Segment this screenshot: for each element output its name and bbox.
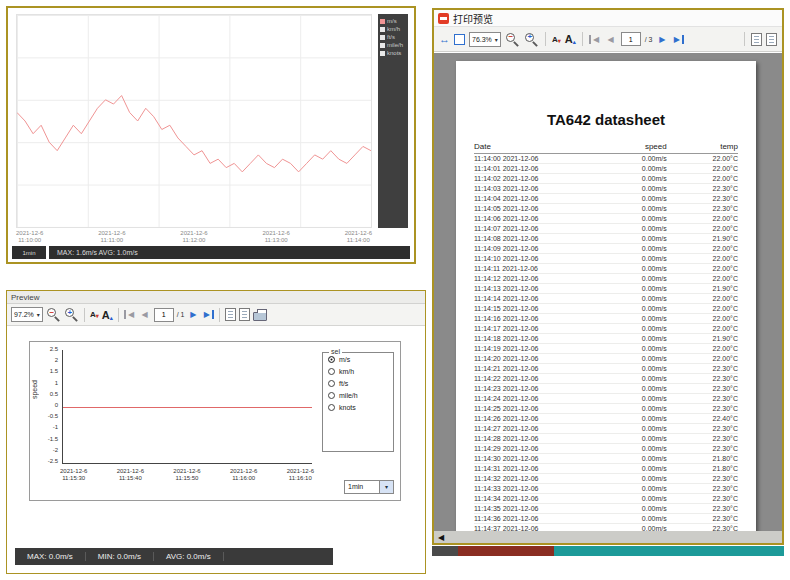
table-row: 11:14:10 2021-12-060.00m/s22.00°C [474,254,738,264]
min-speed-value: MIN: 0.0m/s [86,552,154,561]
taskbar-segment-teal [554,546,784,556]
document-area[interactable]: TA642 datasheet Date speed temp 11:14:00… [434,53,782,531]
font-larger-icon[interactable]: A▴ [565,33,576,45]
horizontal-scrollbar[interactable]: ◀ [434,531,782,543]
table-row: 11:14:12 2021-12-060.00m/s22.00°C [474,274,738,284]
last-page-icon[interactable]: ▶ [672,35,684,44]
main-chart-panel: 2021-12-611:10:002021-12-611:11:002021-1… [6,6,416,264]
table-row: 11:14:19 2021-12-060.00m/s22.00°C [474,344,738,354]
datasheet-table-body: 11:14:00 2021-12-060.00m/s22.00°C11:14:0… [474,154,738,531]
table-row: 11:14:22 2021-12-060.00m/s22.30°C [474,374,738,384]
chevron-down-icon: ▾ [37,311,40,318]
x-tick-label: 2021-12-611:12:00 [180,230,207,245]
datasheet-title: TA642 datasheet [456,111,756,128]
prev-page-icon[interactable]: ◀ [605,35,617,44]
first-page-icon[interactable]: ◀ [589,35,601,44]
multi-page-view-icon[interactable] [766,33,777,46]
print-icon[interactable] [253,312,267,321]
preview-yticks: 2.521.510.50-0.5-1-1.5-2-2.5 [40,346,58,464]
zoom-in-icon[interactable]: + [524,32,539,47]
fit-width-icon[interactable]: ↔ [439,33,450,45]
last-page-icon[interactable]: ▶ [202,310,214,319]
preview-status-bar: MAX: 0.0m/s MIN: 0.0m/s AVG: 0.0m/s [15,548,333,565]
unit-radio-kmh[interactable]: km/h [323,365,393,377]
first-page-icon[interactable]: ◀ [124,310,136,319]
page-number-input[interactable] [154,308,174,322]
radio-icon [328,368,335,375]
scroll-left-icon[interactable]: ◀ [434,533,448,542]
unit-radio-mileh[interactable]: mile/h [323,389,393,401]
prev-page-icon[interactable]: ◀ [139,310,151,319]
page-number-input[interactable] [621,32,641,46]
col-speed: speed [595,142,666,151]
zoom-combo[interactable]: 97.2%▾ [11,307,43,322]
table-row: 11:14:29 2021-12-060.00m/s22.30°C [474,444,738,454]
legend-item[interactable]: knots [378,49,408,57]
radio-icon [328,380,335,387]
table-row: 11:14:14 2021-12-060.00m/s22.00°C [474,294,738,304]
interval-dropdown[interactable]: 1min ▾ [344,480,394,494]
zoom-out-icon[interactable]: − [46,307,61,322]
table-row: 11:14:34 2021-12-060.00m/s22.30°C [474,494,738,504]
zoom-in-icon[interactable]: + [64,307,79,322]
legend-item[interactable]: m/s [378,17,408,25]
preview-plot [62,350,312,464]
unit-group-title: sel [329,348,342,355]
separator [744,32,745,46]
y-tick-label: -1 [40,424,58,430]
preview-content: speed 2.521.510.50-0.5-1-1.5-2-2.5 2021-… [7,327,425,573]
table-row: 11:14:20 2021-12-060.00m/s22.00°C [474,354,738,364]
avg-speed-value: AVG: 0.0m/s [154,552,224,561]
datasheet-table: Date speed temp 11:14:00 2021-12-060.00m… [474,142,738,531]
separator [118,308,119,322]
chart-legend-strip: m/skm/hft/smile/hknots [378,14,408,228]
x-tick-label: 2021-12-611:14:00 [345,230,372,245]
y-tick-label: 0 [40,402,58,408]
app-icon [438,13,449,24]
next-page-icon[interactable]: ▶ [187,310,199,319]
x-tick-label: 2021-12-611:16:00 [230,468,257,496]
table-row: 11:14:28 2021-12-060.00m/s22.30°C [474,434,738,444]
fit-page-icon[interactable] [454,34,465,45]
table-header: Date speed temp [474,142,738,154]
font-larger-icon[interactable]: A▴ [102,309,113,321]
table-row: 11:14:01 2021-12-060.00m/s22.00°C [474,164,738,174]
document-page: TA642 datasheet Date speed temp 11:14:00… [456,61,756,531]
table-row: 11:14:31 2021-12-060.00m/s21.80°C [474,464,738,474]
preview-title: Preview [11,293,39,302]
zoom-out-icon[interactable]: − [505,32,520,47]
x-tick-label: 2021-12-611:15:50 [173,468,200,496]
next-page-icon[interactable]: ▶ [656,35,668,44]
single-page-view-icon[interactable] [751,33,762,46]
separator [84,308,85,322]
y-tick-label: -2 [40,447,58,453]
unit-radio-fts[interactable]: ft/s [323,377,393,389]
legend-item[interactable]: mile/h [378,41,408,49]
preview-toolbar: 97.2%▾ − + A▾ A▴ ◀ ◀ / 1 ▶ ▶ [7,304,425,326]
print-preview-toolbar: ↔ 76.3%▾ − + A▾ A▴ ◀ ◀ / 3 ▶ ▶ [434,27,782,52]
single-page-view-icon[interactable] [225,308,236,321]
y-tick-label: 1.5 [40,368,58,374]
radio-icon [328,404,335,411]
speed-line-series [17,15,371,227]
table-row: 11:14:03 2021-12-060.00m/s22.30°C [474,184,738,194]
chart-status-bar: MAX: 1.6m/s AVG: 1.0m/s [49,246,410,259]
legend-item[interactable]: km/h [378,25,408,33]
x-tick-label: 2021-12-611:10:00 [16,230,43,245]
y-tick-label: 0.5 [40,391,58,397]
chevron-down-icon[interactable]: ▾ [380,480,394,494]
interval-box[interactable]: 1min [12,246,46,259]
zoom-combo[interactable]: 76.3%▾ [469,32,501,47]
y-tick-label: -2.5 [40,458,58,464]
table-row: 11:14:15 2021-12-060.00m/s22.00°C [474,304,738,314]
page-total-label: / 3 [645,36,653,43]
font-smaller-icon[interactable]: A▾ [552,35,561,44]
top-xticks: 2021-12-611:10:002021-12-611:11:002021-1… [16,230,372,245]
table-row: 11:14:13 2021-12-060.00m/s21.90°C [474,284,738,294]
multi-page-view-icon[interactable] [239,308,250,321]
table-row: 11:14:23 2021-12-060.00m/s22.30°C [474,384,738,394]
y-axis-label: speed [31,380,38,399]
unit-radio-knots[interactable]: knots [323,401,393,413]
legend-item[interactable]: ft/s [378,33,408,41]
font-smaller-icon[interactable]: A▾ [90,310,99,319]
